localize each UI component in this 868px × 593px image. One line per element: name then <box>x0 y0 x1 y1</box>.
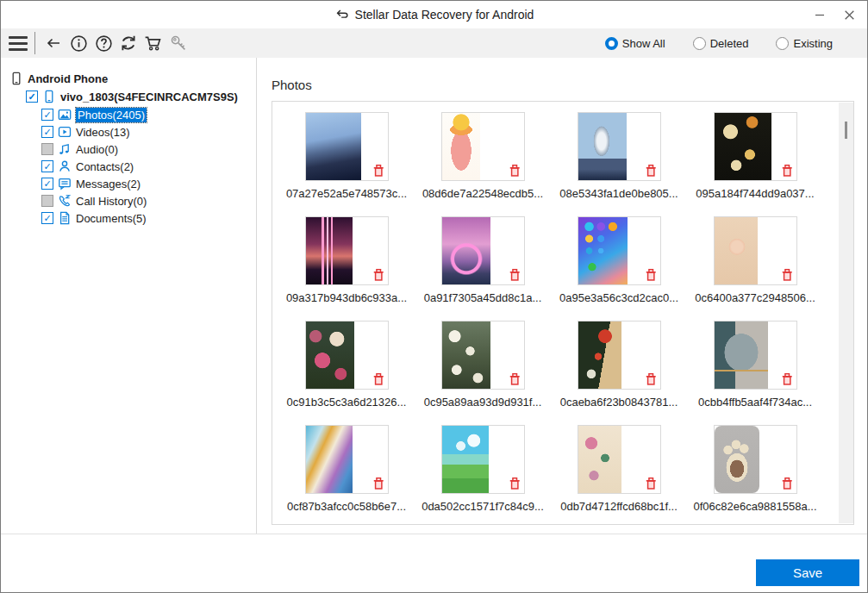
photo-thumbnail <box>578 321 621 389</box>
photo-cell[interactable]: 08e5343fa1de0be805... <box>551 112 687 216</box>
close-button[interactable] <box>834 1 864 28</box>
photo-cell[interactable]: 0c95a89aa93d9d931f... <box>415 321 551 425</box>
trash-icon[interactable] <box>508 268 521 282</box>
filter-radio-existing[interactable]: Existing <box>776 37 833 50</box>
trash-icon[interactable] <box>644 372 658 386</box>
tree-checkbox[interactable] <box>41 126 53 138</box>
photo-thumbnail <box>306 321 354 389</box>
tree-item-label: Audio(0) <box>76 143 118 156</box>
trash-icon[interactable] <box>644 164 658 178</box>
photo-thumbnail <box>578 113 627 180</box>
back-button[interactable] <box>43 32 64 54</box>
trash-icon[interactable] <box>780 164 794 178</box>
tree-checkbox[interactable] <box>41 160 53 172</box>
photo-card[interactable] <box>305 216 389 285</box>
trash-icon[interactable] <box>372 164 385 178</box>
trash-icon[interactable] <box>644 268 658 282</box>
photo-cell[interactable]: 0a91f7305a45dd8c1a... <box>415 216 551 321</box>
minimize-button[interactable] <box>805 1 834 28</box>
photo-card[interactable] <box>441 216 525 285</box>
device-checkbox[interactable] <box>26 91 38 103</box>
photo-filename: 0da502cc1571f7c84c9... <box>422 500 544 513</box>
trash-icon[interactable] <box>508 164 521 178</box>
photo-card[interactable] <box>578 321 661 390</box>
photo-cell[interactable]: 09a317b943db6c933a... <box>278 216 415 321</box>
tree-checkbox[interactable] <box>41 109 53 121</box>
radio-icon[interactable] <box>605 37 618 50</box>
window-controls <box>805 1 864 28</box>
photo-filename: 0a91f7305a45dd8c1a... <box>424 291 542 304</box>
photo-cell[interactable]: 0cbb4ffb5aaf4f734ac... <box>687 321 823 425</box>
tree-item-audio-0[interactable]: Audio(0) <box>1 140 256 158</box>
trash-icon[interactable] <box>508 372 521 386</box>
photo-cell[interactable]: 095a184f744dd9a037... <box>687 112 823 216</box>
photo-cell[interactable]: 0da502cc1571f7c84c9... <box>415 425 551 525</box>
tree-checkbox[interactable] <box>41 178 53 190</box>
info-button[interactable] <box>68 32 89 54</box>
help-button[interactable] <box>93 32 114 54</box>
app-window: Stellar Data Recovery for Android <box>0 0 868 593</box>
photo-card[interactable] <box>578 216 661 285</box>
trash-icon[interactable] <box>780 477 794 490</box>
photo-card[interactable] <box>714 425 797 494</box>
photo-filename: 095a184f744dd9a037... <box>696 187 814 200</box>
trash-icon[interactable] <box>780 372 794 386</box>
photo-cell[interactable]: 0cf87b3afcc0c58b6e7... <box>278 425 415 525</box>
photo-cell[interactable]: 0caeba6f23b0843781... <box>551 321 687 425</box>
filter-radio-deleted[interactable]: Deleted <box>693 37 749 50</box>
photo-card[interactable] <box>305 321 389 390</box>
photo-card[interactable] <box>305 425 389 494</box>
photo-card[interactable] <box>441 112 525 181</box>
tree-item-device[interactable]: vivo_1803(S4FECINRCACM7S9S) <box>1 88 256 105</box>
tree-item-contacts-2[interactable]: Contacts(2) <box>1 158 256 175</box>
cart-button[interactable] <box>143 32 164 54</box>
photo-thumbnail <box>442 321 490 389</box>
photo-cell[interactable]: 0a95e3a56c3cd2cac0... <box>551 216 687 321</box>
activation-key-button[interactable] <box>168 32 189 54</box>
photo-card[interactable] <box>441 321 525 390</box>
photo-thumbnail <box>578 217 628 284</box>
refresh-button[interactable] <box>118 32 139 54</box>
tree-item-messages-2[interactable]: Messages(2) <box>1 175 256 192</box>
trash-icon[interactable] <box>780 268 794 282</box>
tree-checkbox[interactable] <box>41 143 53 155</box>
photo-cell[interactable]: 0f06c82e6ca9881558a... <box>687 425 823 525</box>
photo-cell[interactable]: 08d6de7a22548ecdb5... <box>415 112 551 216</box>
photo-cell[interactable]: 0c6400a377c2948506... <box>687 216 823 321</box>
tree-item-photos-2405[interactable]: Photos(2405) <box>1 106 256 123</box>
trash-icon[interactable] <box>644 477 658 490</box>
tree-checkbox[interactable] <box>41 212 53 224</box>
trash-icon[interactable] <box>372 268 385 282</box>
save-button[interactable]: Save <box>756 559 859 586</box>
contacts-icon <box>58 159 72 173</box>
photo-card[interactable] <box>714 321 797 390</box>
photo-card[interactable] <box>305 112 389 181</box>
photo-filename: 08e5343fa1de0be805... <box>559 187 678 200</box>
vertical-scrollbar[interactable] <box>839 103 853 523</box>
hamburger-icon <box>9 34 28 53</box>
photo-cell[interactable]: 0c91b3c5c3a6d21326... <box>278 321 415 425</box>
tree-item-call-history-0[interactable]: Call History(0) <box>1 192 256 209</box>
scrollbar-thumb[interactable] <box>845 122 847 139</box>
photo-cell[interactable]: 0db7d4712ffcd68bc1f... <box>551 425 687 525</box>
trash-icon[interactable] <box>508 477 521 490</box>
tree-item-videos-13[interactable]: Videos(13) <box>1 123 256 140</box>
tree-item-label: Call History(0) <box>76 195 147 208</box>
photo-card[interactable] <box>714 112 797 181</box>
trash-icon[interactable] <box>372 372 385 386</box>
return-arrow-icon <box>334 7 350 22</box>
menu-button[interactable] <box>8 32 28 54</box>
photo-card[interactable] <box>714 216 797 285</box>
filter-radio-show-all[interactable]: Show All <box>605 37 665 50</box>
tree-checkbox[interactable] <box>41 195 53 207</box>
tree-item-documents-5[interactable]: Documents(5) <box>1 209 256 227</box>
photo-card[interactable] <box>578 425 661 494</box>
trash-icon[interactable] <box>372 477 385 490</box>
tree-item-android-phone[interactable]: Android Phone <box>1 70 256 87</box>
photo-filename: 09a317b943db6c933a... <box>286 291 407 304</box>
radio-icon[interactable] <box>776 37 789 50</box>
photo-card[interactable] <box>441 425 525 494</box>
photo-cell[interactable]: 07a27e52a5e748573c... <box>278 112 415 216</box>
radio-icon[interactable] <box>693 37 706 50</box>
photo-card[interactable] <box>578 112 661 181</box>
